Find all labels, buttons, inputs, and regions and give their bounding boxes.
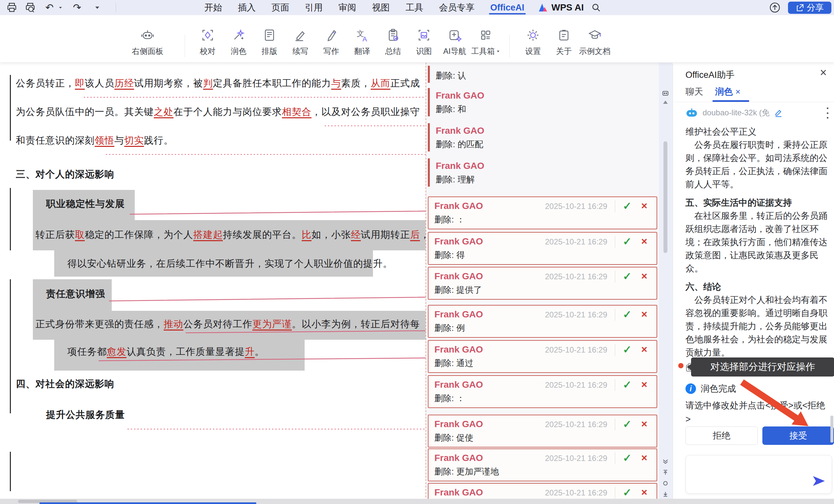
inserted-text: 比 — [302, 229, 311, 241]
comment-card[interactable]: Frank GAO2025-10-21 16:29 ✓ ×删除: ： — [428, 375, 657, 408]
document-subheading[interactable]: 责任意识增强 — [46, 288, 105, 300]
tab-close-icon[interactable]: × — [736, 87, 740, 96]
ribbon-button-翻译[interactable]: 文A翻译 — [347, 28, 377, 57]
collapse-up-icon[interactable] — [662, 100, 669, 105]
accept-change-icon[interactable]: ✓ — [623, 486, 632, 499]
select-browse-object-icon[interactable] — [662, 480, 669, 487]
menu-tab-插入[interactable]: 插入 — [230, 0, 264, 15]
comment-card[interactable]: Frank GAO2025-10-21 16:29 ✓ ×删除: 提供了 — [428, 267, 657, 300]
accept-change-icon[interactable]: ✓ — [623, 200, 632, 212]
print-icon[interactable] — [6, 2, 17, 13]
tab-polish[interactable]: 润色× — [715, 86, 740, 97]
edit-model-icon[interactable] — [774, 108, 783, 117]
titlebar: ↶ ↷ 开始插入页面引用审阅视图工具会员专享OfficeAI WPS AI 分享 — [0, 0, 834, 15]
document-text-line[interactable]: 公务员转正，即该人员历经试用期考察，被判定具备胜任本职工作的能力与素质，从而正式… — [16, 77, 420, 89]
comment-card[interactable]: Frank GAO2025-10-21 16:29 ✓ ×删除: 更加严谨地 — [428, 448, 657, 481]
chevron-down-icon[interactable] — [95, 6, 99, 9]
tab-chat[interactable]: 聊天 — [685, 86, 703, 97]
document-text-line[interactable]: 项任务都愈发认真负责，工作质量显著提升。 — [67, 346, 265, 357]
comment-card[interactable]: Frank GAO2025-10-21 16:29 ✓ ×删除: 促使 — [428, 415, 657, 447]
document-heading[interactable]: 四、对社会的深远影响 — [16, 378, 114, 390]
reject-change-icon[interactable]: × — [641, 200, 648, 212]
ribbon-button-总结[interactable]: 总结 — [377, 28, 409, 57]
ribbon-button-识图[interactable]: 识图 — [409, 28, 439, 57]
undo-dropdown-icon[interactable] — [59, 7, 62, 8]
text-run: 与 — [114, 135, 124, 146]
panel-scrollbar[interactable] — [830, 416, 833, 442]
menu-tab-审阅[interactable]: 审阅 — [331, 0, 364, 15]
accept-change-icon[interactable]: ✓ — [623, 418, 632, 431]
inserted-text: 历经 — [114, 78, 134, 90]
next-changes-icon[interactable] — [662, 458, 669, 465]
ribbon-button-续写[interactable]: 续写 — [285, 28, 316, 57]
mini-panel-icon[interactable] — [662, 91, 669, 96]
menu-tab-视图[interactable]: 视图 — [364, 0, 398, 15]
ribbon-button-排版[interactable]: 排版 — [254, 28, 285, 57]
translate-icon: 文A — [355, 28, 370, 43]
horizontal-scrollbar[interactable] — [0, 499, 834, 504]
reject-button[interactable]: 拒绝 — [685, 426, 758, 445]
prev-page-icon[interactable] — [662, 469, 669, 476]
print-preview-icon[interactable] — [25, 2, 36, 13]
kebab-menu-icon[interactable] — [826, 107, 829, 118]
reject-change-icon[interactable]: × — [641, 452, 648, 464]
comment-card[interactable]: Frank GAO删除: 和 — [428, 88, 658, 116]
accept-change-icon[interactable]: ✓ — [623, 308, 632, 321]
menu-tab-OfficeAI[interactable]: OfficeAI — [482, 0, 532, 15]
reject-change-icon[interactable]: × — [641, 235, 648, 247]
reject-change-icon[interactable]: × — [641, 486, 648, 498]
ribbon-button-AI导航[interactable]: AI导航 — [439, 28, 470, 57]
accept-change-icon[interactable]: ✓ — [623, 343, 632, 356]
document-text-line[interactable]: 为公务员队伍中的一员。其关键之处在于个人能力与岗位要求相契合，以及对公务员职业操… — [16, 106, 420, 117]
menu-tab-页面[interactable]: 页面 — [264, 0, 297, 15]
document-subheading[interactable]: 职业稳定性与发展 — [46, 198, 125, 210]
accept-change-icon[interactable]: ✓ — [623, 270, 632, 283]
ribbon-button-关于[interactable]: 关于 — [548, 28, 579, 57]
reject-change-icon[interactable]: × — [641, 418, 648, 430]
comment-card[interactable]: Frank GAO2025-10-21 16:29 ✓ ×删除: 例 — [428, 305, 657, 338]
accept-button[interactable]: 接受 — [762, 426, 834, 445]
wps-ai-entry[interactable]: WPS AI — [538, 0, 584, 15]
ribbon-button-校对[interactable]: 校对 — [192, 28, 223, 57]
share-button[interactable]: 分享 — [788, 2, 831, 14]
document-text-line[interactable]: 正式身份带来更强的责任感，推动公务员对待工作更为严谨。以小李为例，转正后对待每 — [36, 318, 420, 330]
comment-card[interactable]: 删除: 认 — [428, 66, 658, 83]
ribbon-button-示例文档[interactable]: 示例文档 — [579, 28, 610, 57]
comment-card[interactable]: Frank GAO2025-10-21 16:29 ✓ ×删除: 得 — [428, 232, 657, 265]
ribbon-button-写作[interactable]: 写作 — [316, 28, 347, 57]
ribbon-button-润色[interactable]: 润色 — [223, 28, 254, 57]
comment-text: 删除: 例 — [434, 323, 651, 333]
reject-change-icon[interactable]: × — [641, 270, 648, 282]
assistant-input[interactable] — [685, 455, 832, 494]
document-text-line[interactable]: 转正后获取稳定的工作保障，为个人搭建起持续发展的平台。比如，小张经试用期转正后， — [36, 229, 430, 241]
vertical-scrollbar[interactable] — [663, 141, 667, 253]
comment-card[interactable]: Frank GAO删除: 理解 — [428, 158, 658, 187]
search-icon[interactable] — [592, 3, 601, 12]
comment-card[interactable]: Frank GAO2025-10-21 16:29 ✓ ×删除: 通过 — [428, 340, 657, 373]
close-icon[interactable]: × — [820, 67, 827, 79]
menu-tab-引用[interactable]: 引用 — [297, 0, 331, 15]
upload-icon[interactable] — [769, 2, 781, 14]
document-text-line[interactable]: 和责任意识的深刻领悟与切实践行。 — [16, 134, 174, 146]
document-text-line[interactable]: 得以安心钻研业务，在后续工作中不断晋升，实现了个人职业价值的提升。 — [67, 258, 393, 269]
accept-change-icon[interactable]: ✓ — [623, 452, 632, 464]
ribbon-button-设置[interactable]: 设置 — [518, 28, 548, 57]
menu-tab-会员专享[interactable]: 会员专享 — [431, 0, 482, 15]
next-page-icon[interactable] — [662, 491, 669, 498]
reject-change-icon[interactable]: × — [641, 308, 648, 320]
menu-tab-工具[interactable]: 工具 — [398, 0, 431, 15]
accept-change-icon[interactable]: ✓ — [623, 235, 632, 248]
send-icon[interactable] — [812, 476, 826, 487]
redo-icon[interactable]: ↷ — [73, 0, 81, 15]
reject-change-icon[interactable]: × — [641, 378, 648, 391]
document-subheading[interactable]: 提升公共服务质量 — [46, 409, 125, 420]
reject-change-icon[interactable]: × — [641, 343, 648, 355]
menu-tab-开始[interactable]: 开始 — [197, 0, 230, 15]
undo-icon[interactable]: ↶ — [45, 0, 53, 15]
ribbon-button-工具箱[interactable]: 工具箱 — [470, 28, 501, 57]
comment-card[interactable]: Frank GAO2025-10-21 16:29 ✓ ×删除: ： — [428, 196, 657, 229]
comment-card[interactable]: Frank GAO删除: 的匹配 — [428, 123, 658, 151]
document-heading[interactable]: 三、对个人的深远影响 — [16, 168, 114, 180]
accept-change-icon[interactable]: ✓ — [623, 378, 632, 391]
ribbon-button-右侧面板[interactable]: 右侧面板 — [132, 28, 163, 57]
